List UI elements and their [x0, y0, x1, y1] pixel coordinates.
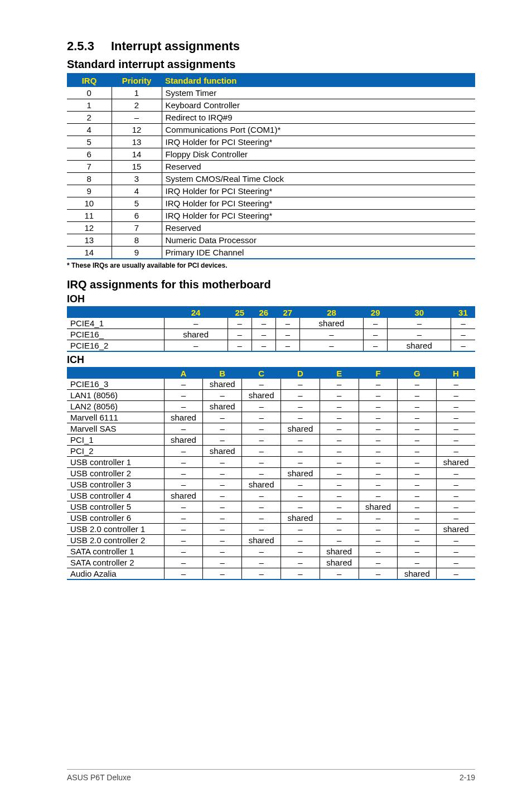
table-row: 614Floppy Disk Controller [67, 148, 475, 161]
cell-function: Reserved [162, 222, 475, 234]
cell-priority: 8 [112, 234, 162, 247]
cell-value: shared [388, 340, 451, 351]
cell-value: – [437, 490, 475, 501]
ioh-label: IOH [67, 293, 475, 305]
table-row: 2–Redirect to IRQ#9 [67, 112, 475, 124]
cell-value: – [203, 479, 242, 490]
cell-value: – [437, 446, 475, 457]
cell-value: – [299, 340, 363, 351]
table-row: Audio Azalia––––––shared– [67, 568, 475, 579]
cell-value: – [320, 401, 359, 412]
cell-value: – [437, 434, 475, 446]
table-row: Marvell 6111shared––––––– [67, 412, 475, 423]
cell-value: – [252, 329, 275, 340]
cell-value: – [398, 501, 437, 513]
table-row: 715Reserved [67, 161, 475, 173]
cell-value: – [398, 434, 437, 446]
cell-value: shared [320, 557, 359, 568]
table-row: USB controller 5–––––shared–– [67, 501, 475, 513]
cell-function: IRQ Holder for PCI Steering* [162, 210, 475, 222]
table-row: SATA controller 2––––shared––– [67, 557, 475, 568]
cell-value: – [320, 412, 359, 423]
cell-value: – [320, 379, 359, 390]
cell-value: shared [280, 423, 320, 434]
col-priority: Priority [112, 74, 162, 87]
cell-device: Marvell 6111 [67, 412, 164, 423]
cell-value: – [437, 401, 475, 412]
cell-value: – [280, 490, 320, 501]
cell-function: Primary IDE Channel [162, 247, 475, 259]
col-C: C [242, 368, 281, 379]
std-interrupt-footnote: * These IRQs are usually available for P… [67, 262, 475, 269]
cell-value: – [437, 501, 475, 513]
cell-value: shared [242, 535, 281, 546]
cell-device: Audio Azalia [67, 568, 164, 579]
cell-irq: 11 [67, 210, 112, 222]
cell-value: – [398, 513, 437, 524]
cell-value: – [203, 490, 242, 501]
cell-value: – [437, 568, 475, 579]
col-27: 27 [275, 307, 299, 318]
cell-value: – [164, 423, 203, 434]
cell-irq: 13 [67, 234, 112, 247]
cell-device: LAN1 (8056) [67, 390, 164, 401]
table-row: USB controller 3––shared––––– [67, 479, 475, 490]
cell-value: – [228, 340, 252, 351]
ioh-table: 2425262728293031 PCIE4_1––––shared–––PCI… [67, 307, 475, 351]
cell-device: USB 2.0 controller 1 [67, 524, 164, 535]
cell-value: shared [203, 401, 242, 412]
table-row: PCIE16_3–shared–––––– [67, 379, 475, 390]
cell-value: – [164, 468, 203, 479]
cell-irq: 7 [67, 161, 112, 173]
cell-value: – [320, 490, 359, 501]
cell-irq: 0 [67, 87, 112, 99]
cell-device: USB controller 5 [67, 501, 164, 513]
cell-function: System Timer [162, 87, 475, 99]
cell-value: – [203, 568, 242, 579]
cell-value: – [280, 390, 320, 401]
table-row: USB controller 4shared––––––– [67, 490, 475, 501]
cell-value: – [359, 468, 398, 479]
cell-device: USB controller 3 [67, 479, 164, 490]
cell-irq: 4 [67, 124, 112, 136]
cell-value: – [228, 329, 252, 340]
cell-value: shared [242, 479, 281, 490]
col-24: 24 [164, 307, 228, 318]
cell-priority: 3 [112, 173, 162, 185]
cell-value: – [203, 412, 242, 423]
table-row: LAN1 (8056)––shared––––– [67, 390, 475, 401]
table-row: USB 2.0 controller 2––shared––––– [67, 535, 475, 546]
cell-value: – [280, 568, 320, 579]
cell-value: – [275, 329, 299, 340]
cell-priority: 5 [112, 197, 162, 210]
table-row: USB controller 6–––shared–––– [67, 513, 475, 524]
cell-priority: 7 [112, 222, 162, 234]
cell-irq: 10 [67, 197, 112, 210]
cell-value: – [320, 513, 359, 524]
table-header-row: ABCDEFGH [67, 368, 475, 379]
col-device [67, 307, 164, 318]
cell-value: – [359, 401, 398, 412]
cell-value: – [359, 412, 398, 423]
cell-device: USB controller 4 [67, 490, 164, 501]
cell-value: – [203, 434, 242, 446]
cell-value: – [359, 390, 398, 401]
footer-right: 2-19 [460, 773, 475, 782]
cell-function: IRQ Holder for PCI Steering* [162, 185, 475, 197]
cell-irq: 9 [67, 185, 112, 197]
cell-value: – [320, 446, 359, 457]
cell-value: shared [320, 546, 359, 557]
cell-value: – [359, 457, 398, 468]
table-header-row: 2425262728293031 [67, 307, 475, 318]
cell-value: – [203, 546, 242, 557]
col-E: E [320, 368, 359, 379]
cell-device: Marvell SAS [67, 423, 164, 434]
cell-priority: 4 [112, 185, 162, 197]
cell-value: – [164, 340, 228, 351]
cell-irq: 5 [67, 136, 112, 148]
table-row: 149Primary IDE Channel [67, 247, 475, 259]
table-row: PCIE4_1––––shared––– [67, 318, 475, 329]
cell-value: – [359, 379, 398, 390]
page: 2.5.3Interrupt assignments Standard inte… [0, 0, 532, 802]
cell-value: – [164, 546, 203, 557]
